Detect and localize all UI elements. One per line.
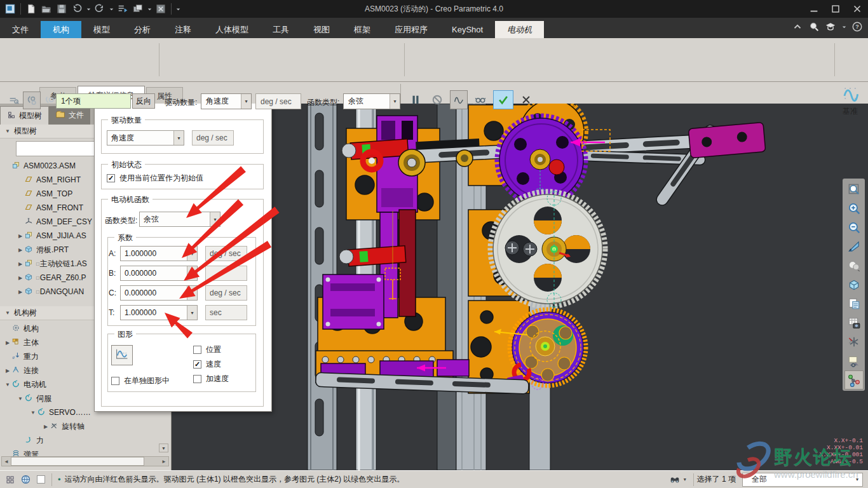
dialog-drive-qty-dropdown[interactable]: 角速度▾ [107, 130, 184, 146]
ribbon-tab[interactable]: 应用程序 [383, 21, 440, 38]
app-icon[interactable] [3, 1, 18, 17]
learning-icon[interactable] [824, 20, 837, 34]
use-current-position-checkbox[interactable]: ✓ 使用当前位置作为初始值 [107, 173, 203, 184]
expand-caret-icon[interactable]: ▼ [17, 396, 24, 402]
redo-icon[interactable] [92, 1, 107, 17]
redo-caret-icon[interactable] [107, 1, 115, 17]
open-file-icon[interactable] [39, 1, 54, 17]
spin-center-icon[interactable] [844, 370, 864, 390]
collapse-triangle-icon[interactable]: ▼ [5, 310, 10, 316]
windows-icon[interactable] [130, 1, 146, 17]
ribbon-tab[interactable]: 文件 [0, 21, 41, 38]
binoculars-icon[interactable] [667, 472, 682, 487]
coefficient-value-dropdown[interactable]: 1.000000▾ [120, 246, 198, 261]
cad-model-3d[interactable]: X.X+-0.1X.XX+-0.01X.XXX+-0.001ANG.+-0.5 [172, 104, 868, 470]
display-style-icon[interactable] [844, 256, 864, 275]
tree-item[interactable]: 力 [0, 433, 171, 447]
chevron-down-icon[interactable]: ▾ [390, 94, 400, 109]
pause-icon[interactable] [407, 90, 424, 109]
func-type-dropdown[interactable]: 余弦▾ [343, 93, 400, 109]
regenerate-icon[interactable] [115, 1, 130, 17]
ok-icon[interactable] [493, 90, 513, 109]
graphics-area[interactable]: X.X+-0.1X.XX+-0.01X.XXX+-0.001ANG.+-0.5 [172, 104, 868, 470]
scroll-left-icon[interactable]: ◄ [2, 459, 11, 464]
chevron-down-icon[interactable]: ▾ [684, 477, 686, 482]
graph-preview-button[interactable] [111, 345, 133, 365]
zoom-in-icon[interactable] [844, 199, 864, 218]
undo-caret-icon[interactable] [85, 1, 92, 17]
expand-caret-icon[interactable]: ▼ [29, 410, 37, 416]
chevron-down-icon[interactable]: ▾ [187, 266, 197, 280]
dialog-func-type-dropdown[interactable]: 余弦▾ [139, 212, 220, 227]
expand-caret-icon[interactable]: ▶ [17, 247, 24, 253]
datum-display-icon[interactable] [844, 332, 864, 351]
checkbox-icon[interactable]: ✓ [107, 174, 115, 182]
ribbon-tab[interactable]: 注释 [163, 21, 203, 38]
coefficient-value-dropdown[interactable]: 1.000000▾ [120, 305, 198, 320]
forbid-icon[interactable] [428, 90, 446, 109]
checkbox-icon[interactable]: ✓ [193, 360, 201, 369]
model-tree-tab-icon[interactable] [7, 111, 16, 121]
capture-icon[interactable] [844, 313, 864, 332]
help-icon[interactable]: ? [850, 20, 864, 34]
graph-preview-icon[interactable] [450, 90, 468, 109]
expand-caret-icon[interactable]: ▶ [17, 289, 24, 295]
ribbon-tab[interactable]: 机构 [41, 21, 81, 38]
expand-caret-icon[interactable]: ▶ [17, 261, 24, 267]
annotation-display-icon[interactable] [844, 351, 864, 370]
body-drag-icon[interactable] [23, 92, 41, 109]
ribbon-tab[interactable]: 工具 [261, 21, 301, 38]
chevron-down-icon[interactable]: ▾ [187, 247, 197, 261]
scrollbar-thumb[interactable] [11, 457, 144, 466]
learning-caret-icon[interactable] [840, 20, 848, 34]
ribbon-tab[interactable]: 人体模型 [203, 21, 261, 38]
collapse-triangle-icon[interactable]: ▼ [5, 128, 10, 134]
graph-option-checkbox[interactable]: ✓速度 [193, 359, 221, 370]
zoom-fit-icon[interactable] [844, 180, 864, 199]
repaint-icon[interactable] [844, 237, 864, 256]
chevron-down-icon[interactable]: ▾ [210, 212, 220, 226]
flip-button[interactable]: 反向 [132, 93, 155, 109]
chevron-down-icon[interactable]: ▾ [173, 131, 184, 145]
tree-item[interactable]: ▶旋转轴 [0, 419, 171, 433]
windows-caret-icon[interactable] [146, 1, 153, 17]
coefficient-value-dropdown[interactable]: 0.000000▾ [120, 266, 198, 281]
save-icon[interactable] [54, 1, 69, 17]
folder-browser-icon[interactable] [55, 109, 65, 121]
glasses-icon[interactable] [471, 90, 489, 109]
ribbon-tab[interactable]: KeyShot [440, 21, 495, 38]
drive-unit-field[interactable]: deg / sec [255, 93, 301, 109]
undo-icon[interactable] [69, 1, 85, 17]
checkbox-icon[interactable] [193, 375, 201, 383]
checkbox-icon[interactable] [111, 377, 119, 385]
ribbon-tab[interactable]: 分析 [122, 21, 163, 38]
chevron-down-icon[interactable]: ▾ [187, 306, 197, 320]
scroll-right-icon[interactable]: ► [159, 459, 168, 464]
browser-toggle-icon[interactable] [18, 472, 33, 487]
chevron-down-icon[interactable]: ▾ [187, 286, 197, 300]
ribbon-tab[interactable]: 框架 [342, 21, 383, 38]
expand-caret-icon[interactable]: ▶ [17, 233, 24, 239]
ribbon-tab[interactable]: 模型 [81, 21, 122, 38]
nav-toggle-icon[interactable] [3, 472, 18, 487]
view-manager-icon[interactable] [844, 294, 864, 313]
coefficient-value-dropdown[interactable]: 0.000000▾ [120, 285, 198, 301]
zoom-out-icon[interactable] [844, 218, 864, 237]
checkbox-icon[interactable] [193, 346, 201, 354]
new-file-icon[interactable] [24, 1, 39, 17]
silver-gear[interactable] [491, 191, 605, 308]
horizontal-scrollbar[interactable]: ◄ ► [1, 456, 169, 466]
sine-datum-icon[interactable] [842, 93, 858, 104]
search-filter-dropdown[interactable]: 全部 ▾ [742, 473, 863, 487]
scrollbar-track[interactable] [11, 457, 159, 466]
graph-option-checkbox[interactable]: 位置 [193, 344, 221, 355]
select-box-icon[interactable] [33, 472, 48, 487]
expand-caret-icon[interactable]: ▶ [4, 368, 11, 374]
collapse-ribbon-icon[interactable] [790, 20, 804, 34]
selection-count-field[interactable]: 1个项 [56, 93, 131, 109]
saved-orientations-icon[interactable] [844, 275, 864, 294]
maximize-icon[interactable] [825, 0, 846, 18]
close-icon[interactable] [846, 0, 868, 18]
cancel-icon[interactable] [517, 90, 535, 109]
scroll-down-button[interactable]: ▼ [159, 444, 168, 452]
